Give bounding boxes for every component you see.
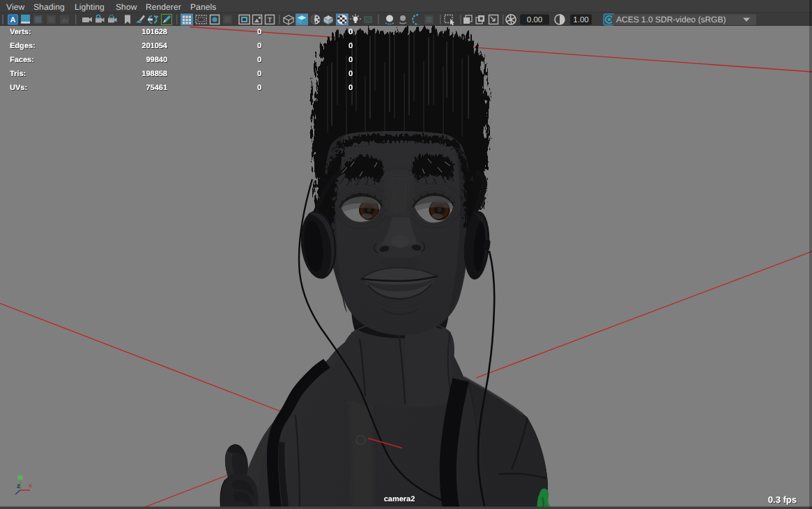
svg-text:z: z bbox=[17, 483, 20, 490]
svg-text:198858: 198858 bbox=[141, 70, 167, 78]
svg-text:0: 0 bbox=[348, 28, 353, 36]
svg-text:Edges:: Edges: bbox=[10, 42, 36, 50]
svg-text:0: 0 bbox=[257, 28, 261, 36]
svg-text:camera2: camera2 bbox=[384, 495, 415, 503]
svg-text:0: 0 bbox=[257, 70, 261, 78]
svg-text:y: y bbox=[14, 468, 17, 475]
svg-text:0.3 fps: 0.3 fps bbox=[768, 494, 797, 505]
svg-text:Verts:: Verts: bbox=[10, 28, 31, 36]
svg-text:T: T bbox=[268, 17, 272, 24]
svg-text:ACES 1.0 SDR-video (sRGB): ACES 1.0 SDR-video (sRGB) bbox=[616, 15, 726, 24]
svg-text:A: A bbox=[10, 16, 16, 24]
svg-text:0: 0 bbox=[348, 56, 353, 64]
svg-text:75461: 75461 bbox=[146, 84, 167, 92]
svg-text:1.00: 1.00 bbox=[573, 16, 588, 24]
svg-text:101628: 101628 bbox=[141, 28, 167, 36]
svg-text:x: x bbox=[29, 482, 32, 489]
svg-text:201054: 201054 bbox=[141, 42, 168, 50]
svg-text:0.00: 0.00 bbox=[527, 16, 542, 24]
svg-text:0: 0 bbox=[348, 84, 353, 92]
svg-text:UVs:: UVs: bbox=[10, 84, 27, 92]
svg-text:99840: 99840 bbox=[146, 56, 167, 64]
svg-text:0: 0 bbox=[257, 56, 261, 64]
svg-text:Tris:: Tris: bbox=[10, 70, 26, 78]
svg-text:Faces:: Faces: bbox=[10, 56, 34, 64]
svg-text:0: 0 bbox=[348, 70, 353, 78]
svg-text:0: 0 bbox=[257, 84, 261, 92]
svg-text:0: 0 bbox=[348, 42, 353, 50]
svg-text:0: 0 bbox=[257, 42, 261, 50]
